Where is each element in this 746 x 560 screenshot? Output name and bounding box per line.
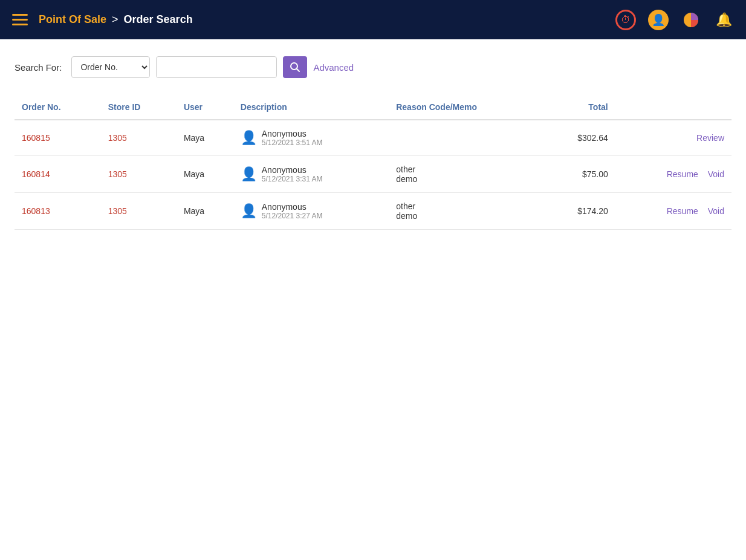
bell-icon[interactable]: 🔔	[713, 10, 734, 30]
actions-160813: Resume Void	[615, 193, 731, 230]
svg-line-2	[297, 69, 300, 72]
resume-link-160814[interactable]: Resume	[667, 169, 698, 179]
review-link-160815[interactable]: Review	[696, 133, 724, 143]
reason-160815	[389, 120, 542, 156]
col-description: Description	[233, 96, 389, 120]
total-160815: $302.64	[543, 120, 615, 156]
total-160814: $75.00	[543, 156, 615, 193]
desc-160814: 👤 Anonymous 5/12/2021 3:31 AM	[233, 156, 389, 193]
total-160813: $174.20	[543, 193, 615, 230]
table-row: 160813 1305 Maya 👤 Anonymous 5/12/2021 3…	[15, 193, 731, 230]
person-icon: 👤	[241, 130, 257, 146]
desc-name-160813: Anonymous	[262, 202, 323, 212]
page-title: Order Search	[124, 13, 193, 25]
col-user: User	[177, 96, 233, 120]
actions-160815: Review	[615, 120, 731, 156]
table-row: 160814 1305 Maya 👤 Anonymous 5/12/2021 3…	[15, 156, 731, 193]
order-no-160815: 160815	[15, 120, 101, 156]
clock-icon[interactable]: ⏱	[615, 10, 636, 30]
desc-date-160815: 5/12/2021 3:51 AM	[262, 138, 323, 147]
user-icon[interactable]: 👤	[648, 10, 669, 30]
store-id-160814: 1305	[101, 156, 177, 193]
desc-160813: 👤 Anonymous 5/12/2021 3:27 AM	[233, 193, 389, 230]
breadcrumb: Point Of Sale > Order Search	[39, 13, 193, 26]
header-icons: ⏱ 👤 🔔	[615, 10, 734, 30]
orders-table: Order No. Store ID User Description Reas…	[15, 96, 731, 230]
search-type-select[interactable]: Order No. Customer Date	[71, 56, 150, 78]
void-link-160813[interactable]: Void	[708, 206, 724, 216]
table-row: 160815 1305 Maya 👤 Anonymous 5/12/2021 3…	[15, 120, 731, 156]
col-total: Total	[543, 96, 615, 120]
resume-link-160813[interactable]: Resume	[667, 206, 698, 216]
reason-160813: other demo	[389, 193, 542, 230]
search-bar: Search For: Order No. Customer Date Adva…	[0, 39, 746, 84]
hamburger-menu[interactable]	[12, 14, 28, 25]
actions-160814: Resume Void	[615, 156, 731, 193]
search-label: Search For:	[15, 62, 62, 73]
user-160814: Maya	[177, 156, 233, 193]
search-button[interactable]	[283, 56, 307, 78]
breadcrumb-separator: >	[112, 13, 118, 25]
order-no-160814: 160814	[15, 156, 101, 193]
desc-name-160814: Anonymous	[262, 165, 323, 175]
app-header: Point Of Sale > Order Search ⏱ 👤 🔔	[0, 0, 746, 39]
col-store-id: Store ID	[101, 96, 177, 120]
person-icon: 👤	[241, 203, 257, 219]
chart-icon[interactable]	[681, 10, 701, 30]
search-input[interactable]	[156, 56, 277, 78]
col-order-no: Order No.	[15, 96, 101, 120]
desc-date-160814: 5/12/2021 3:31 AM	[262, 175, 323, 183]
search-icon	[290, 62, 300, 73]
desc-date-160813: 5/12/2021 3:27 AM	[262, 212, 323, 220]
header-left: Point Of Sale > Order Search	[12, 13, 193, 26]
col-reason: Reason Code/Memo	[389, 96, 542, 120]
void-link-160814[interactable]: Void	[708, 169, 724, 179]
user-160815: Maya	[177, 120, 233, 156]
advanced-link[interactable]: Advanced	[313, 62, 354, 73]
orders-table-container: Order No. Store ID User Description Reas…	[0, 84, 746, 242]
order-no-160813: 160813	[15, 193, 101, 230]
col-actions	[615, 96, 731, 120]
desc-160815: 👤 Anonymous 5/12/2021 3:51 AM	[233, 120, 389, 156]
store-id-160815: 1305	[101, 120, 177, 156]
user-160813: Maya	[177, 193, 233, 230]
desc-name-160815: Anonymous	[262, 129, 323, 138]
pos-home-link[interactable]: Point Of Sale	[39, 13, 106, 25]
reason-160814: other demo	[389, 156, 542, 193]
store-id-160813: 1305	[101, 193, 177, 230]
table-header-row: Order No. Store ID User Description Reas…	[15, 96, 731, 120]
person-icon: 👤	[241, 166, 257, 182]
